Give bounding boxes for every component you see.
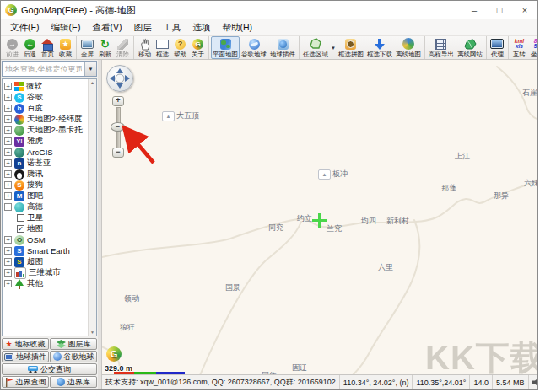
menu-item[interactable]: 选项 (186, 20, 216, 35)
baidu-icon: b (14, 104, 24, 114)
scroll-down-icon[interactable]: ▼ (90, 330, 94, 335)
expand-toggle-icon[interactable]: + (4, 115, 12, 123)
expand-toggle-icon[interactable]: + (4, 247, 12, 255)
expand-toggle-icon[interactable]: + (4, 258, 12, 266)
toolbar-button-earth-plugin[interactable]: 地球插件 (268, 36, 297, 59)
toolbar-button-clear[interactable]: 清除 (114, 36, 132, 59)
toolbar-button-convert[interactable]: kmlxls互转 (510, 36, 528, 59)
pan-up-icon[interactable] (116, 68, 123, 73)
expand-toggle-icon[interactable]: + (4, 170, 12, 178)
scroll-up-icon[interactable]: ▲ (90, 80, 94, 85)
expand-toggle-icon[interactable]: + (4, 83, 12, 90)
tree-item-osm[interactable]: +OOSM (4, 234, 86, 245)
tree-item-nokia[interactable]: +n诺基亚 (4, 158, 86, 169)
expand-toggle-icon[interactable]: + (4, 148, 12, 156)
tree-item-mapbar[interactable]: +M图吧 (4, 191, 86, 201)
unchecked-checkbox[interactable] (17, 214, 24, 222)
menu-item[interactable]: 文件(F) (4, 20, 45, 35)
rect-select-icon (156, 38, 169, 50)
toolbar-button-nav-back[interactable]: ←后退 (21, 36, 39, 59)
expand-toggle-icon[interactable]: − (4, 203, 12, 211)
toolbar-button-help[interactable]: ?帮助 (171, 36, 189, 59)
menu-item[interactable]: 工具 (157, 20, 186, 35)
tree-item-tencent[interactable]: +腾讯 (4, 169, 86, 180)
toolbar-button-offline-site[interactable]: 离线网站 (456, 36, 484, 59)
expand-toggle-icon[interactable]: + (4, 105, 12, 112)
close-button[interactable]: × (512, 1, 537, 19)
menu-item[interactable]: 查看(V) (86, 20, 127, 35)
toolbar-button-hand[interactable]: 移动 (136, 36, 154, 59)
checked-checkbox[interactable]: ✓ (17, 225, 24, 233)
tree-scrollbar[interactable]: ▲▼ (88, 79, 96, 336)
tree-item-other[interactable]: +其他 (4, 278, 86, 289)
toolbar-button-google-earth[interactable]: 谷歌地球 (240, 36, 268, 59)
tree-item-microsoft[interactable]: +微软 (4, 81, 86, 92)
expand-toggle-icon[interactable]: + (4, 269, 12, 277)
maximize-button[interactable]: □ (487, 1, 512, 19)
tree-item-smartearth[interactable]: +SSmart Earth (4, 245, 86, 256)
sidebar-button-ge-globe[interactable]: 谷歌地球 (50, 351, 97, 362)
menu-item[interactable]: 图层 (127, 20, 157, 35)
toolbar-button-snapshot[interactable]: 框选拼图 (337, 36, 365, 59)
toolbar-button-home[interactable]: 首页 (39, 36, 57, 59)
tree-item-city3d[interactable]: +三维城市 (4, 267, 86, 278)
expand-toggle-icon[interactable]: + (4, 192, 12, 200)
mountain-icon: ▲ (318, 169, 331, 180)
pan-down-icon[interactable] (116, 83, 123, 89)
toolbar-button-favorite[interactable]: ★收藏 (57, 36, 74, 59)
sidebar-button-globe[interactable]: 边界库 (50, 376, 97, 388)
map-canvas[interactable]: + − − G 329.0 m KK下载 石崖▲大五顶上江▲板冲那蓬六妹那异约立… (102, 60, 537, 374)
chevron-down-icon[interactable]: ▼ (330, 46, 337, 51)
tree-item-arcgis[interactable]: +ArcGIS (4, 147, 86, 158)
expand-toggle-icon[interactable]: + (4, 126, 12, 134)
tree-item-tianditu-mercator[interactable]: +天地图2-墨卡托 (4, 125, 86, 136)
expand-toggle-icon[interactable]: + (4, 181, 12, 189)
search-input[interactable] (3, 62, 84, 76)
sidebar-button-star[interactable]: ★地标收藏 (2, 338, 49, 350)
sidebar-button-bus[interactable]: 公交查询 (2, 363, 97, 375)
tree-item-tianditu-latlon[interactable]: +天地图2-经纬度 (4, 114, 86, 125)
expand-toggle-icon[interactable]: + (4, 137, 12, 145)
toolbar-button-rect-select[interactable]: 框选 (154, 36, 171, 59)
toolbar-button-region-polygon[interactable]: 任选区域 (301, 36, 330, 59)
menu-item[interactable]: 编辑(E) (45, 20, 86, 35)
tree-item-gaode[interactable]: −高德 (4, 201, 86, 212)
toolbar-button-elevation-export[interactable]: 高程导出 (427, 36, 456, 59)
sidebar-button-flag[interactable]: 边界查询 (2, 376, 49, 388)
tree-item-google[interactable]: +S谷歌 (4, 92, 86, 103)
expand-toggle-icon[interactable]: + (4, 159, 12, 167)
tree-item-sogou[interactable]: +S搜狗 (4, 180, 86, 191)
minimize-button[interactable]: – (462, 1, 487, 19)
tree-item-yahoo[interactable]: +Y!雅虎 (4, 136, 86, 147)
tree-item-baidu[interactable]: +b百度 (4, 103, 86, 114)
expand-toggle-icon[interactable]: + (4, 280, 12, 287)
tree-child-item[interactable]: 卫星 (4, 212, 86, 223)
sidebar-button-label: 公交查询 (40, 364, 71, 375)
toolbar-button-offline-map[interactable]: 离线地图 (394, 36, 423, 59)
toolbar-button-proxy[interactable]: 代理 (489, 36, 506, 59)
toolbar-button-fullscreen[interactable]: 全屏 (78, 36, 96, 59)
google-icon: S (14, 93, 24, 103)
toolbar-button-coords[interactable]: 8054坐标 (528, 36, 537, 59)
map-place-label: 狼狂 (120, 322, 135, 333)
toolbar-button-nav-forward[interactable]: →前进 (3, 36, 21, 59)
toolbar-button-label: 谷歌地球 (241, 51, 267, 58)
toolbar-button-refresh[interactable]: ↻刷新 (96, 36, 114, 59)
tree-item-supermap[interactable]: +S超图 (4, 256, 86, 267)
toolbar-button-flat-map[interactable]: 平面地图 (211, 36, 240, 59)
search-dropdown-button[interactable]: ▼ (84, 62, 96, 76)
tianditu-latlon-icon (14, 115, 24, 125)
pan-left-icon[interactable] (110, 75, 115, 82)
sidebar-button-layers[interactable]: 图层库 (50, 338, 97, 350)
zoom-in-button[interactable]: + (112, 96, 124, 106)
toolbar-button-about[interactable]: G关于 (189, 36, 207, 59)
toolbar-button-download[interactable]: 框选下载 (365, 36, 394, 59)
sidebar-button-screen[interactable]: 地球插件 (2, 351, 49, 362)
menu-item[interactable]: 帮助(H) (216, 20, 258, 35)
expand-toggle-icon[interactable]: + (4, 236, 12, 244)
pan-compass-control[interactable] (106, 65, 133, 92)
expand-toggle-icon[interactable]: + (4, 94, 12, 101)
pan-right-icon[interactable] (125, 75, 130, 82)
tree-child-item[interactable]: ✓地图 (4, 223, 86, 234)
pan-center-icon[interactable] (116, 74, 125, 83)
